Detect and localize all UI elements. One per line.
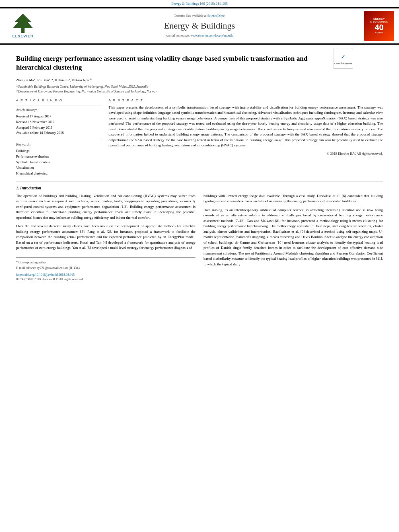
svg-rect-0	[21, 27, 25, 33]
doi-line[interactable]: https://doi.org/10.1016/j.enbuild.2018.0…	[16, 273, 195, 277]
journal-anniversary-badge: ENERGY& BUILDINGS 40 YEARS	[364, 11, 394, 41]
sciencedirect-link[interactable]: ScienceDirect	[208, 14, 226, 18]
keyword-symbolic: Symbolic transformation	[16, 160, 101, 165]
homepage-line: journal homepage: www.elsevier.com/locat…	[41, 33, 358, 38]
elsevier-text-label: ELSEVIER	[12, 34, 34, 39]
contents-available-line: Contents lists available at ScienceDirec…	[41, 14, 358, 18]
history-label: Article history:	[16, 108, 101, 113]
abstract-text: This paper presents the development of a…	[109, 105, 383, 148]
intro-right-paragraph-2: Data mining, as an interdisciplinary sub…	[204, 207, 383, 267]
paper-title: Building energy performance assessment u…	[16, 54, 330, 72]
intro-left-col: The operation of buildings and building …	[16, 193, 195, 282]
keywords-box: Keywords: Buildings Performance evaluati…	[16, 142, 101, 176]
badge-title: ENERGY& BUILDINGS	[370, 18, 388, 23]
journal-right: ENERGY& BUILDINGS 40 YEARS	[358, 11, 394, 41]
keyword-clustering: Hierarchical clustering	[16, 171, 101, 176]
intro-section-title: 1. Introduction	[16, 185, 383, 191]
keyword-buildings: Buildings	[16, 149, 101, 154]
check-updates-badge: ✓ Check for updates	[333, 49, 353, 69]
check-update-label: Check for updates	[334, 62, 352, 65]
check-icon: ✓	[341, 52, 346, 61]
received-date: Received 17 August 2017	[16, 114, 101, 119]
email-note: E-mail address: ry721@uowmail.edu.au (R.…	[16, 266, 195, 270]
revised-date: Revised 18 November 2017	[16, 120, 101, 125]
article-info-header: A R T I C L E I N F O	[16, 98, 101, 103]
footnote-area: * Corresponding author. E-mail address: …	[16, 257, 195, 282]
issn-line: 0378-7788/© 2018 Elsevier B.V. All right…	[16, 277, 195, 281]
section-divider	[16, 181, 383, 181]
intro-body: The operation of buildings and building …	[16, 193, 383, 282]
abstract-header: A B S T R A C T	[109, 98, 383, 103]
authors-line: Zhenjun Maᵃ, Rui Yanᵃ,*, Kehua Liᵃ, Nata…	[16, 78, 383, 83]
available-online-date: Available online 14 February 2018	[16, 131, 101, 136]
homepage-url[interactable]: www.elsevier.com/locate/enbuild	[191, 34, 234, 37]
intro-paragraph-1: The operation of buildings and building …	[16, 193, 195, 221]
accepted-date: Accepted 1 February 2018	[16, 125, 101, 130]
article-info-abstract-section: A R T I C L E I N F O Article history: R…	[16, 98, 383, 177]
badge-subtitle: YEARS	[375, 31, 383, 34]
copyright-line: © 2018 Elsevier B.V. All rights reserved…	[109, 152, 383, 156]
badge-number: 40	[374, 23, 383, 31]
intro-right-col: buildings with limited energy usage data…	[204, 193, 383, 282]
corresponding-note: * Corresponding author.	[16, 260, 195, 265]
keyword-visualisation: Visualisation	[16, 166, 101, 170]
article-info-col: A R T I C L E I N F O Article history: R…	[16, 98, 101, 177]
svg-marker-1	[13, 14, 33, 28]
title-area: Building energy performance assessment u…	[16, 49, 383, 75]
abstract-col: A B S T R A C T This paper presents the …	[109, 98, 383, 177]
journal-header: ELSEVIER Contents lists available at Sci…	[0, 8, 399, 44]
tree-icon	[9, 13, 37, 34]
keywords-label: Keywords:	[16, 142, 101, 147]
journal-center-info: Contents lists available at ScienceDirec…	[41, 14, 358, 38]
main-content: Building energy performance assessment u…	[0, 45, 399, 286]
intro-paragraph-2: Over the last several decades, many effo…	[16, 224, 195, 251]
elsevier-logo: ELSEVIER	[5, 13, 41, 39]
affiliation-a: ᵃ Sustainable Buildings Research Centre,…	[16, 84, 383, 89]
affiliation-b: ᵇ Department of Energy and Process Engin…	[16, 89, 383, 94]
article-history-box: Article history: Received 17 August 2017…	[16, 105, 101, 139]
journal-title: Energy & Buildings	[41, 20, 358, 32]
journal-reference: Energy & Buildings 166 (2018) 284–295	[0, 0, 399, 7]
affiliations: ᵃ Sustainable Buildings Research Centre,…	[16, 84, 383, 94]
keyword-performance: Performance evaluation	[16, 154, 101, 159]
intro-right-paragraph-1: buildings with limited energy usage data…	[204, 193, 383, 204]
